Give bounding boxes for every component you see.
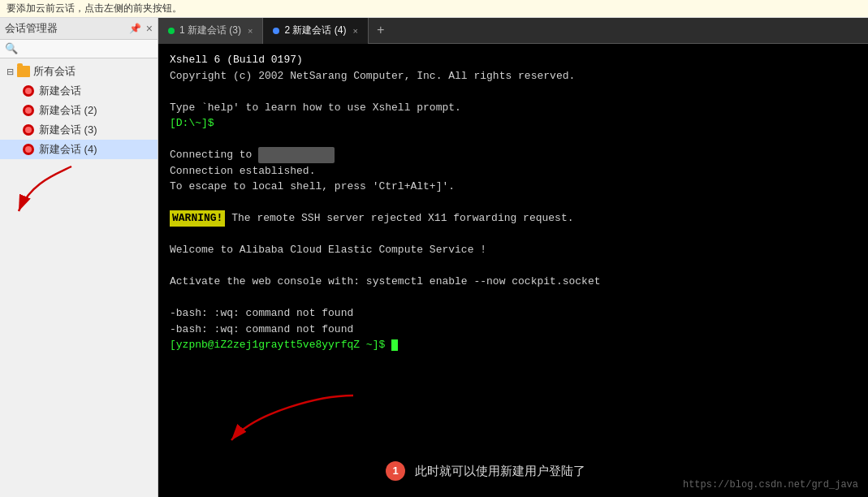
term-prompt-final: [yzpnb@iZ2zej1graytt5ve8yyrfqZ ~]$ [170,337,857,353]
session-icon-4 [23,144,34,155]
tab-2[interactable]: 2 新建会话 (4) × [263,18,368,44]
term-line-5 [170,132,857,148]
tree-root-item[interactable]: ⊟ 所有会话 [0,62,158,81]
pin-icon[interactable]: 📌 [129,23,141,34]
redacted-ip [258,147,335,163]
sidebar-item-session-1[interactable]: 新建会话 [0,81,158,101]
annotation-overlay: 1 此时就可以使用新建用户登陆了 [386,461,585,481]
close-icon[interactable]: × [146,22,153,35]
sidebar-search: 🔍 [0,40,158,58]
term-line-bash2: -bash: :wq: command not found [170,322,857,338]
term-line-escape: To escape to local shell, press 'Ctrl+Al… [170,179,857,195]
search-input[interactable] [21,43,135,54]
main-layout: 会话管理器 📌 × 🔍 ⊟ 所有会话 新建会话 [0,18,868,497]
term-line-6 [170,195,857,211]
right-panel: 1 新建会话 (3) × 2 新建会话 (4) × + Xshell 6 (Bu… [158,18,868,497]
sidebar: 会话管理器 📌 × 🔍 ⊟ 所有会话 新建会话 [0,18,158,497]
term-line-connecting: Connecting to [170,147,857,163]
term-line-welcome: Welcome to Alibaba Cloud Elastic Compute… [170,242,857,258]
sidebar-header-icons: 📌 × [129,22,153,35]
tab-add-button[interactable]: + [369,24,393,38]
sidebar-tree: ⊟ 所有会话 新建会话 新建会话 (2) 新建会话 (3) 新建会话 (4) [0,58,158,497]
sidebar-item-session-4[interactable]: 新建会话 (4) [0,140,158,159]
term-line-3 [170,84,857,100]
red-arrow-prompt [207,387,394,452]
tab-dot-2 [273,28,279,34]
term-line-warning: WARNING! The remote SSH server rejected … [170,210,857,227]
tab-dot-1 [168,28,175,34]
term-line-7 [170,227,857,243]
term-prompt-1: [D:\~]$ [170,115,857,132]
tab-close-2[interactable]: × [352,26,357,36]
term-line-bash1: -bash: :wq: command not found [170,305,857,322]
warning-box: WARNING! [170,210,225,227]
sidebar-item-session-2[interactable]: 新建会话 (2) [0,101,158,120]
tab-close-1[interactable]: × [248,26,253,36]
tab-bar: 1 新建会话 (3) × 2 新建会话 (4) × + [158,18,868,44]
session-icon-1 [23,85,34,97]
term-line-1: Xshell 6 (Build 0197) [170,52,857,68]
annotation-text: 此时就可以使用新建用户登陆了 [415,462,585,481]
term-line-2: Copyright (c) 2002 NetSarang Computer, I… [170,68,857,84]
session-icon-3 [23,124,34,136]
sidebar-header-left: 会话管理器 [5,21,58,36]
sidebar-item-session-3[interactable]: 新建会话 (3) [0,120,158,140]
annotation-circle: 1 [386,461,405,481]
term-line-9 [170,290,857,306]
term-cursor [391,339,398,351]
search-icon: 🔍 [5,42,18,55]
session-label-1: 新建会话 [39,84,81,98]
sidebar-header: 会话管理器 📌 × [0,18,158,40]
session-label-4: 新建会话 (4) [39,142,97,157]
terminal[interactable]: Xshell 6 (Build 0197) Copyright (c) 2002… [158,44,868,497]
term-line-4: Type `help' to learn how to use Xshell p… [170,100,857,116]
term-line-8 [170,258,857,274]
watermark: https://blog.csdn.net/grd_java [683,479,858,491]
term-line-activate: Activate the web console with: systemctl… [170,274,857,290]
root-label: 所有会话 [33,64,76,79]
tab-1[interactable]: 1 新建会话 (3) × [158,18,263,44]
session-icon-2 [23,105,34,116]
hint-bar: 要添加云前云话，点击左侧的前夹按钮。 [0,0,868,18]
session-label-3: 新建会话 (3) [39,123,97,137]
expand-icon: ⊟ [6,67,14,77]
term-line-established: Connection established. [170,163,857,179]
tab-label-1: 1 新建会话 (3) [179,24,241,37]
hint-text: 要添加云前云话，点击左侧的前夹按钮。 [6,2,182,15]
tab-label-2: 2 新建会话 (4) [284,24,346,37]
session-label-2: 新建会话 (2) [39,103,97,118]
folder-icon [17,66,30,77]
sidebar-title: 会话管理器 [5,21,58,36]
